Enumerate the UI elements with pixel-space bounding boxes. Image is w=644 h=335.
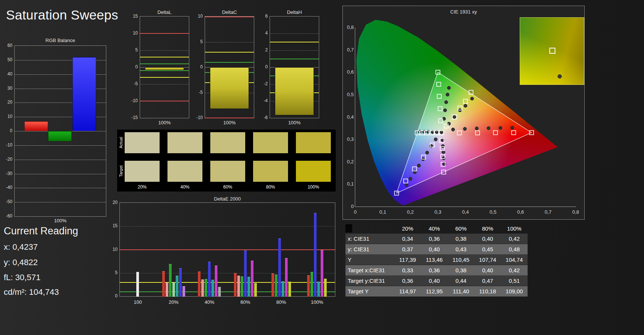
y-tick-label: -20 [0, 157, 12, 162]
table-cell: 113,46 [421, 255, 448, 265]
table-cell: 0,45 [474, 244, 501, 254]
x-tick-label: 80% [270, 299, 293, 305]
y-tick-label: 4 [256, 30, 268, 36]
deltae-bar [307, 275, 310, 297]
table-cell: 0,40 [474, 234, 501, 244]
y-tick-label: 0 [0, 128, 12, 133]
swatch-actual-60% [210, 132, 245, 153]
cie-x-tick-label: 0,8 [568, 209, 583, 215]
gridline [15, 202, 106, 202]
y-tick-label: -4 [256, 98, 268, 103]
measured-point [453, 115, 456, 119]
cie-y-tick-label: 0,3 [344, 136, 354, 142]
ref-line [140, 57, 189, 57]
y-tick-label: 5 [126, 47, 138, 53]
table-cell: 0,43 [448, 244, 474, 254]
ref-line [120, 282, 335, 283]
cie-y-tick-label: 0,1 [344, 181, 354, 187]
cie-x-tick-label: 0,4 [458, 209, 473, 215]
y-tick-label: -40 [0, 185, 12, 190]
deltae-bar [201, 279, 204, 297]
ref-line [205, 118, 254, 118]
deltae-bar [317, 282, 320, 297]
cie-y-tick-label: 0,8 [344, 24, 354, 30]
cie-1931-panel: CIE 1931 xy 00,10,20,30,40,50,60,70,800,… [342, 6, 585, 220]
gridline [120, 273, 335, 273]
reading-x: x: 0,4237 [4, 242, 38, 252]
gridline [15, 145, 106, 146]
ref-line [120, 249, 335, 250]
deltal-x-label: 100% [140, 120, 189, 125]
measured-point [446, 93, 449, 97]
cie-x-tick-label: 0 [348, 209, 363, 215]
ref-line [140, 63, 189, 64]
table-cell: 0,34 [394, 234, 421, 244]
deltae-bar [324, 279, 327, 297]
cie-y-tick-label: 0,4 [344, 114, 354, 120]
y-tick-label: 15 [126, 14, 138, 19]
y-tick-label: 20 [0, 100, 12, 105]
calibration-app-window: Saturation Sweeps RGB Balance 6050403020… [0, 0, 644, 335]
y-tick-label: 5 [106, 270, 118, 275]
deltae-bar [285, 258, 288, 297]
table-cell: 109,00 [501, 286, 528, 296]
table-cell: 0,48 [501, 244, 528, 254]
cie-y-tick-label: 0,6 [344, 69, 354, 75]
target-point [493, 131, 498, 135]
swatch-actual-80% [253, 132, 288, 153]
inset-target-square [549, 48, 555, 54]
saturation-swatch-panel: ActualTarget20%40%60%80%100% [117, 130, 336, 192]
target-point [463, 99, 468, 103]
page-title: Saturation Sweeps [6, 8, 118, 23]
y-tick-label: 10 [191, 14, 203, 19]
y-tick-label: -10 [191, 115, 203, 120]
deltac-chart: 1050-5-10 [205, 16, 254, 118]
table-cell: 0,33 [394, 265, 421, 275]
gridline [140, 50, 189, 51]
x-tick-label: 40% [198, 299, 221, 305]
deltae-bar [234, 273, 237, 297]
deltal-title: DeltaL [140, 9, 189, 15]
table-cell: 112,95 [421, 286, 448, 296]
y-tick-label: -10 [0, 142, 12, 148]
swatch-target-20% [125, 161, 160, 182]
measured-point [463, 127, 467, 131]
y-tick-label: -5 [126, 81, 138, 86]
table-cell: 0,38 [448, 234, 474, 244]
swatch-row-label: Actual [118, 132, 123, 153]
y-tick-label: -5 [191, 90, 203, 95]
y-tick-label: -60 [0, 213, 12, 219]
current-reading-heading: Current Reading [4, 225, 78, 237]
measured-point [445, 101, 448, 104]
rgb-balance-title: RGB Balance [14, 38, 106, 43]
x-tick-label: 60% [234, 299, 256, 305]
x-tick-label: 20% [162, 299, 185, 305]
gridline [270, 50, 319, 51]
deltae-bar [251, 261, 253, 297]
measured-point [471, 97, 474, 100]
ref-line [140, 101, 189, 101]
ref-line [205, 52, 254, 53]
table-cell: 0,36 [421, 265, 448, 275]
rgb-balance-x-label: 100% [14, 218, 106, 223]
table-cell: 107,74 [474, 255, 501, 265]
deltae-bar [179, 268, 182, 297]
measured-point [511, 126, 514, 130]
deltal-chart: 151050-5-10-15 [140, 16, 189, 118]
table-cell: 110,45 [448, 255, 474, 265]
inset-measured-circle [558, 74, 562, 78]
ref-line [270, 59, 319, 59]
y-tick-label: -2 [256, 81, 268, 86]
table-cell: 117,39 [394, 255, 421, 265]
deltac-x-label: 100% [205, 120, 254, 125]
measured-point [434, 138, 437, 141]
x-tick-label: 100 [127, 299, 149, 305]
table-cell: 0,40 [421, 276, 448, 286]
deltah-chart: 6420-2-4-6 [270, 16, 319, 118]
deltae-title: DeltaE 2000 [119, 196, 335, 202]
measured-point [409, 177, 412, 181]
swatch-target-80% [253, 161, 288, 182]
y-tick-label: 0 [191, 64, 203, 69]
table-cell: 0,44 [448, 276, 474, 286]
y-tick-label: 0 [126, 64, 138, 69]
